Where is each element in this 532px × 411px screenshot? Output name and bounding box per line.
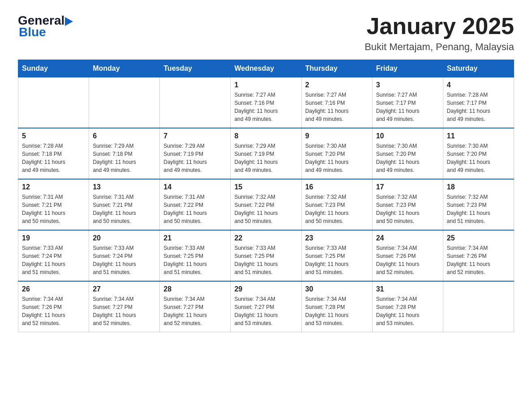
day-number: 11 bbox=[447, 132, 510, 140]
day-info: Sunrise: 7:31 AM Sunset: 7:21 PM Dayligh… bbox=[22, 193, 85, 225]
table-row bbox=[18, 77, 89, 128]
day-info: Sunrise: 7:34 AM Sunset: 7:28 PM Dayligh… bbox=[376, 295, 439, 327]
table-row: 15Sunrise: 7:32 AM Sunset: 7:22 PM Dayli… bbox=[231, 179, 301, 230]
table-row: 1Sunrise: 7:27 AM Sunset: 7:16 PM Daylig… bbox=[231, 77, 301, 128]
day-info: Sunrise: 7:27 AM Sunset: 7:16 PM Dayligh… bbox=[305, 91, 369, 123]
table-row: 22Sunrise: 7:33 AM Sunset: 7:25 PM Dayli… bbox=[231, 230, 301, 281]
day-info: Sunrise: 7:32 AM Sunset: 7:23 PM Dayligh… bbox=[376, 193, 439, 225]
table-row: 28Sunrise: 7:34 AM Sunset: 7:27 PM Dayli… bbox=[160, 281, 231, 332]
day-number: 4 bbox=[447, 81, 510, 89]
day-number: 3 bbox=[376, 81, 439, 89]
table-row: 2Sunrise: 7:27 AM Sunset: 7:16 PM Daylig… bbox=[301, 77, 372, 128]
day-number: 8 bbox=[234, 132, 297, 140]
day-number: 1 bbox=[234, 81, 297, 89]
table-row: 6Sunrise: 7:29 AM Sunset: 7:18 PM Daylig… bbox=[89, 128, 160, 179]
col-sunday: Sunday bbox=[18, 60, 89, 77]
day-number: 10 bbox=[376, 132, 439, 140]
day-number: 31 bbox=[376, 285, 439, 293]
svg-marker-0 bbox=[65, 17, 73, 26]
day-info: Sunrise: 7:27 AM Sunset: 7:16 PM Dayligh… bbox=[234, 91, 297, 123]
calendar-week-row: 5Sunrise: 7:28 AM Sunset: 7:18 PM Daylig… bbox=[18, 128, 514, 179]
day-info: Sunrise: 7:33 AM Sunset: 7:25 PM Dayligh… bbox=[305, 244, 369, 276]
day-number: 20 bbox=[93, 234, 156, 242]
day-info: Sunrise: 7:30 AM Sunset: 7:20 PM Dayligh… bbox=[305, 142, 369, 174]
table-row: 7Sunrise: 7:29 AM Sunset: 7:19 PM Daylig… bbox=[160, 128, 231, 179]
table-row: 3Sunrise: 7:27 AM Sunset: 7:17 PM Daylig… bbox=[372, 77, 443, 128]
calendar-title: January 2025 bbox=[365, 13, 514, 39]
day-info: Sunrise: 7:29 AM Sunset: 7:18 PM Dayligh… bbox=[93, 142, 156, 174]
table-row: 10Sunrise: 7:30 AM Sunset: 7:20 PM Dayli… bbox=[372, 128, 443, 179]
day-info: Sunrise: 7:27 AM Sunset: 7:17 PM Dayligh… bbox=[376, 91, 439, 123]
day-number: 18 bbox=[447, 183, 510, 191]
day-info: Sunrise: 7:29 AM Sunset: 7:19 PM Dayligh… bbox=[163, 142, 227, 174]
day-info: Sunrise: 7:34 AM Sunset: 7:26 PM Dayligh… bbox=[447, 244, 510, 276]
table-row bbox=[89, 77, 160, 128]
day-number: 2 bbox=[305, 81, 369, 89]
table-row bbox=[443, 281, 514, 332]
day-number: 5 bbox=[22, 132, 85, 140]
logo-blue-text: Blue bbox=[19, 25, 46, 39]
day-number: 30 bbox=[305, 285, 369, 293]
table-row: 17Sunrise: 7:32 AM Sunset: 7:23 PM Dayli… bbox=[372, 179, 443, 230]
col-tuesday: Tuesday bbox=[160, 60, 231, 77]
calendar-week-row: 12Sunrise: 7:31 AM Sunset: 7:21 PM Dayli… bbox=[18, 179, 514, 230]
day-number: 25 bbox=[447, 234, 510, 242]
day-info: Sunrise: 7:31 AM Sunset: 7:22 PM Dayligh… bbox=[163, 193, 227, 225]
day-number: 29 bbox=[234, 285, 297, 293]
day-info: Sunrise: 7:32 AM Sunset: 7:23 PM Dayligh… bbox=[447, 193, 510, 225]
table-row: 26Sunrise: 7:34 AM Sunset: 7:26 PM Dayli… bbox=[18, 281, 89, 332]
day-number: 22 bbox=[234, 234, 297, 242]
logo-triangle-icon bbox=[65, 17, 73, 26]
day-info: Sunrise: 7:34 AM Sunset: 7:28 PM Dayligh… bbox=[305, 295, 369, 327]
table-row: 23Sunrise: 7:33 AM Sunset: 7:25 PM Dayli… bbox=[301, 230, 372, 281]
day-info: Sunrise: 7:28 AM Sunset: 7:18 PM Dayligh… bbox=[22, 142, 85, 174]
table-row: 29Sunrise: 7:34 AM Sunset: 7:27 PM Dayli… bbox=[231, 281, 301, 332]
table-row: 14Sunrise: 7:31 AM Sunset: 7:22 PM Dayli… bbox=[160, 179, 231, 230]
day-number: 13 bbox=[93, 183, 156, 191]
day-number: 26 bbox=[22, 285, 85, 293]
table-row: 4Sunrise: 7:28 AM Sunset: 7:17 PM Daylig… bbox=[443, 77, 514, 128]
day-number: 21 bbox=[163, 234, 227, 242]
day-number: 23 bbox=[305, 234, 369, 242]
day-info: Sunrise: 7:34 AM Sunset: 7:26 PM Dayligh… bbox=[376, 244, 439, 276]
day-info: Sunrise: 7:33 AM Sunset: 7:25 PM Dayligh… bbox=[234, 244, 297, 276]
day-number: 6 bbox=[93, 132, 156, 140]
day-info: Sunrise: 7:31 AM Sunset: 7:21 PM Dayligh… bbox=[93, 193, 156, 225]
day-info: Sunrise: 7:30 AM Sunset: 7:20 PM Dayligh… bbox=[447, 142, 510, 174]
day-info: Sunrise: 7:30 AM Sunset: 7:20 PM Dayligh… bbox=[376, 142, 439, 174]
calendar-table: Sunday Monday Tuesday Wednesday Thursday… bbox=[18, 60, 514, 332]
day-info: Sunrise: 7:33 AM Sunset: 7:24 PM Dayligh… bbox=[93, 244, 156, 276]
day-info: Sunrise: 7:33 AM Sunset: 7:25 PM Dayligh… bbox=[163, 244, 227, 276]
day-number: 17 bbox=[376, 183, 439, 191]
table-row: 27Sunrise: 7:34 AM Sunset: 7:27 PM Dayli… bbox=[89, 281, 160, 332]
table-row: 8Sunrise: 7:29 AM Sunset: 7:19 PM Daylig… bbox=[231, 128, 301, 179]
table-row: 12Sunrise: 7:31 AM Sunset: 7:21 PM Dayli… bbox=[18, 179, 89, 230]
day-info: Sunrise: 7:34 AM Sunset: 7:27 PM Dayligh… bbox=[93, 295, 156, 327]
calendar-header-row: Sunday Monday Tuesday Wednesday Thursday… bbox=[18, 60, 514, 77]
day-number: 24 bbox=[376, 234, 439, 242]
day-number: 28 bbox=[163, 285, 227, 293]
table-row: 11Sunrise: 7:30 AM Sunset: 7:20 PM Dayli… bbox=[443, 128, 514, 179]
col-thursday: Thursday bbox=[301, 60, 372, 77]
day-info: Sunrise: 7:32 AM Sunset: 7:23 PM Dayligh… bbox=[305, 193, 369, 225]
logo: General Blue bbox=[18, 13, 73, 39]
table-row: 25Sunrise: 7:34 AM Sunset: 7:26 PM Dayli… bbox=[443, 230, 514, 281]
day-number: 7 bbox=[163, 132, 227, 140]
day-number: 12 bbox=[22, 183, 85, 191]
calendar-week-row: 26Sunrise: 7:34 AM Sunset: 7:26 PM Dayli… bbox=[18, 281, 514, 332]
day-info: Sunrise: 7:32 AM Sunset: 7:22 PM Dayligh… bbox=[234, 193, 297, 225]
day-info: Sunrise: 7:33 AM Sunset: 7:24 PM Dayligh… bbox=[22, 244, 85, 276]
day-number: 15 bbox=[234, 183, 297, 191]
table-row bbox=[160, 77, 231, 128]
day-number: 19 bbox=[22, 234, 85, 242]
day-number: 14 bbox=[163, 183, 227, 191]
day-info: Sunrise: 7:34 AM Sunset: 7:26 PM Dayligh… bbox=[22, 295, 85, 327]
table-row: 16Sunrise: 7:32 AM Sunset: 7:23 PM Dayli… bbox=[301, 179, 372, 230]
table-row: 13Sunrise: 7:31 AM Sunset: 7:21 PM Dayli… bbox=[89, 179, 160, 230]
col-wednesday: Wednesday bbox=[231, 60, 301, 77]
day-info: Sunrise: 7:29 AM Sunset: 7:19 PM Dayligh… bbox=[234, 142, 297, 174]
day-number: 9 bbox=[305, 132, 369, 140]
table-row: 21Sunrise: 7:33 AM Sunset: 7:25 PM Dayli… bbox=[160, 230, 231, 281]
day-number: 16 bbox=[305, 183, 369, 191]
col-friday: Friday bbox=[372, 60, 443, 77]
